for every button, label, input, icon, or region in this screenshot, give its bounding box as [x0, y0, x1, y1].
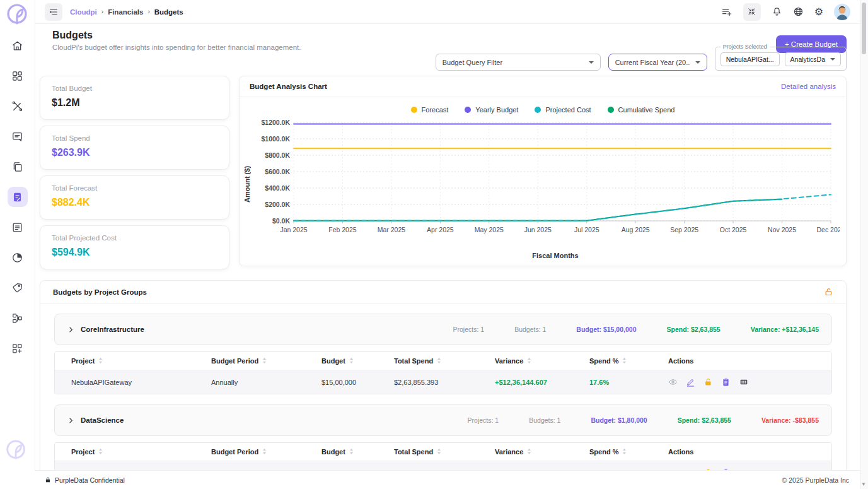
svg-text:Oct 2025: Oct 2025 — [720, 226, 747, 233]
sidebar-item-add-widget[interactable] — [8, 338, 28, 358]
menu-toggle-button[interactable] — [45, 3, 62, 21]
group-variance: Variance: -$83,855 — [761, 416, 819, 424]
cell-variance: -$83,855.393 — [478, 461, 573, 471]
sort-icon — [262, 357, 267, 364]
page-title: Budgets — [52, 30, 847, 41]
stat-label: Total Projected Cost — [52, 234, 217, 242]
cloudpi-logo-icon — [4, 2, 31, 36]
sort-icon — [98, 448, 103, 455]
sidebar-item-budgets-active[interactable] — [8, 187, 28, 207]
sidebar-item-hierarchy[interactable] — [8, 308, 28, 328]
scrollbar-thumb[interactable] — [862, 3, 866, 54]
svg-text:$0.0K: $0.0K — [272, 217, 290, 225]
lock-button[interactable] — [703, 377, 713, 387]
pie-chart-icon — [11, 252, 23, 264]
budget-analysis-line-chart: $0.0K$200.0K$400.0K$600.0K$800.0K$1000.0… — [253, 116, 840, 241]
legend-item-yearly-budget[interactable]: Yearly Budget — [465, 106, 518, 114]
dashboard-row: Total Budget $1.2M Total Spend $263.9K T… — [40, 76, 847, 269]
sort-icon — [349, 448, 354, 455]
project-select-value: AnalyticsDa — [790, 56, 825, 63]
svg-text:Apr 2025: Apr 2025 — [427, 226, 454, 233]
sidebar-item-notes[interactable] — [8, 126, 28, 146]
globe-icon — [793, 6, 804, 17]
col-total-spend: Total Spend — [394, 357, 433, 365]
tools-icon — [11, 100, 23, 112]
legend-dot — [608, 107, 614, 113]
view-eye-icon — [668, 377, 678, 387]
collapse-view-button[interactable] — [743, 3, 761, 21]
sidebar-item-tools[interactable] — [8, 96, 28, 116]
legend-dot — [535, 107, 541, 113]
budget-query-filter-select[interactable]: Budget Query Filter — [436, 54, 601, 71]
view-button[interactable] — [668, 377, 678, 387]
group-budgets-count: Budgets: 1 — [514, 326, 546, 333]
chart-title: Budget Analysis Chart — [250, 83, 327, 90]
page-header: Budgets CloudPi's budget offer insights … — [40, 30, 847, 71]
cell-total-spend: $2,63,855.393 — [378, 461, 478, 471]
chevron-down-icon — [695, 61, 700, 64]
legend-item-projected-cost[interactable]: Projected Cost — [535, 106, 591, 114]
scrollbar-down-arrow[interactable]: ▼ — [861, 481, 866, 487]
sidebar-item-analytics[interactable] — [8, 247, 28, 268]
legend-dot — [411, 107, 417, 113]
budgets-by-project-groups-card: Budgets by Project Groups CoreInfrastruc… — [40, 280, 847, 470]
edit-button[interactable] — [686, 377, 695, 387]
budget-query-filter-value: Budget Query Filter — [443, 59, 502, 66]
footer: PurpleData Confidential © 2025 PurpleDat… — [35, 470, 860, 489]
grid-plus-icon — [11, 343, 23, 355]
edit-pencil-icon — [686, 377, 695, 387]
settings-button[interactable]: ⚙ — [814, 7, 823, 17]
fiscal-year-value: Current Fiscal Year (20.. — [615, 59, 690, 66]
breadcrumb-financials[interactable]: Financials — [108, 8, 143, 16]
sidebar-item-tags[interactable] — [8, 278, 28, 298]
sidebar-item-reports[interactable] — [8, 217, 28, 237]
fiscal-year-select[interactable]: Current Fiscal Year (20.. — [608, 54, 707, 71]
table-header-row: Project Budget Period Budget Total Spend… — [55, 352, 831, 370]
col-actions: Actions — [668, 448, 693, 456]
group-row-datascience[interactable]: DataScience Projects: 1 Budgets: 1 Budge… — [54, 404, 832, 436]
avatar[interactable] — [834, 4, 850, 20]
notifications-button[interactable] — [772, 6, 782, 17]
clipboard-button[interactable] — [721, 377, 731, 387]
detailed-analysis-link[interactable]: Detailed analysis — [781, 83, 836, 90]
split-view-button[interactable] — [739, 377, 749, 387]
project-chip[interactable]: NebulaAPIGat... — [720, 52, 780, 66]
col-spend-pct: Spend % — [589, 357, 618, 365]
stat-value: $594.9K — [52, 247, 217, 258]
svg-text:Nov 2025: Nov 2025 — [768, 226, 796, 233]
col-budget: Budget — [321, 448, 345, 456]
legend-item-forecast[interactable]: Forecast — [411, 106, 449, 114]
svg-text:Dec 2025: Dec 2025 — [817, 226, 840, 233]
sort-icon — [622, 448, 627, 455]
group-name: DataScience — [81, 416, 124, 424]
legend-item-cumulative-spend[interactable]: Cumulative Spend — [608, 106, 675, 114]
project-select[interactable]: AnalyticsDa — [785, 52, 841, 66]
group-row-coreinfrastructure[interactable]: CoreInfrastructure Projects: 1 Budgets: … — [54, 314, 832, 345]
user-photo-icon — [834, 4, 850, 20]
stat-card-total-spend: Total Spend $263.9K — [40, 126, 229, 170]
list-add-button[interactable] — [721, 6, 732, 18]
language-button[interactable] — [793, 6, 804, 17]
svg-text:May 2025: May 2025 — [475, 226, 504, 233]
sidebar — [0, 0, 35, 489]
unlock-icon — [703, 377, 713, 387]
sidebar-item-home[interactable] — [8, 35, 28, 56]
breadcrumb: Cloudpi › Financials › Budgets — [70, 8, 183, 16]
chevron-down-icon — [589, 61, 594, 64]
cell-budget: $15,00,000 — [305, 370, 378, 394]
footer-confidential: PurpleData Confidential — [45, 476, 125, 484]
gear-icon: ⚙ — [814, 7, 823, 17]
section-unlock-button[interactable] — [824, 287, 833, 297]
list-add-icon — [721, 6, 732, 18]
group-budget: Budget: $15,00,000 — [576, 326, 636, 333]
sidebar-item-dashboard[interactable] — [8, 66, 28, 86]
cell-period: Annually — [195, 370, 305, 394]
col-budget-period: Budget Period — [211, 448, 258, 456]
sidebar-item-pages[interactable] — [8, 156, 28, 177]
list-report-icon — [11, 221, 23, 233]
vertical-scrollbar[interactable]: ▼ — [860, 0, 868, 489]
home-icon — [11, 40, 23, 52]
breadcrumb-brand[interactable]: Cloudpi — [70, 8, 97, 16]
col-total-spend: Total Spend — [394, 448, 433, 456]
svg-text:Jul 2025: Jul 2025 — [574, 226, 599, 233]
